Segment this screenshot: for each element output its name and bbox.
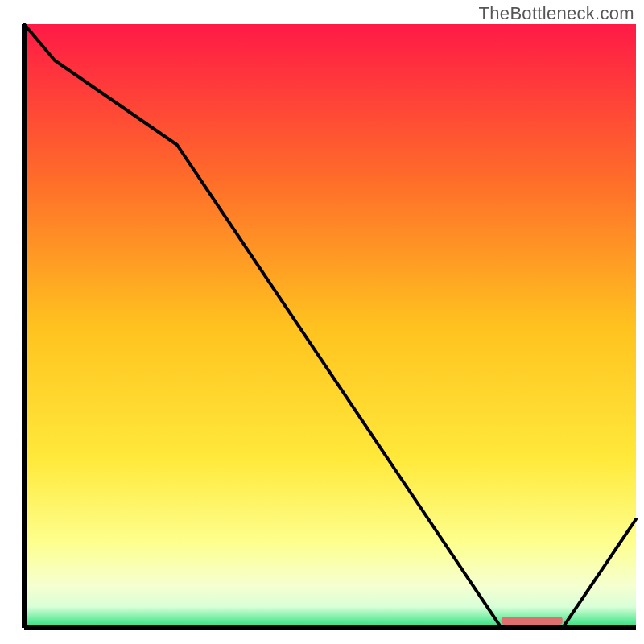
bottleneck-chart — [0, 0, 644, 644]
watermark-text: TheBottleneck.com — [479, 3, 634, 24]
optimum-marker — [502, 617, 563, 625]
gradient-background — [24, 24, 636, 628]
chart-container: TheBottleneck.com — [0, 0, 644, 644]
